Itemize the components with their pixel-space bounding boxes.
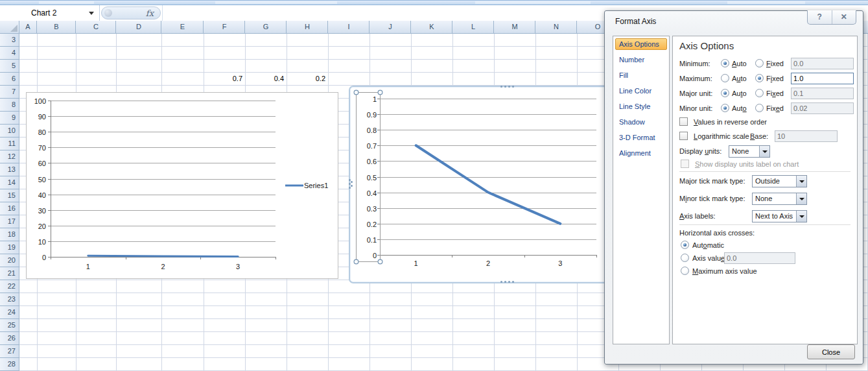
column-header-I[interactable]: I [329, 21, 369, 33]
row-header-5[interactable]: 5 [0, 60, 19, 73]
row-header-15[interactable]: 15 [0, 189, 19, 202]
param-value-input[interactable] [791, 88, 854, 99]
logarithmic-checkbox[interactable] [679, 132, 688, 140]
column-header-M[interactable]: M [495, 21, 535, 33]
column-header-N[interactable]: N [536, 21, 577, 33]
chevron-down-icon[interactable] [796, 211, 806, 222]
row-header-24[interactable]: 24 [0, 306, 19, 319]
category-3-d-format[interactable]: 3-D Format [615, 132, 667, 143]
svg-text:2: 2 [161, 263, 165, 270]
dialog-title[interactable]: Format Axis [615, 14, 656, 29]
cell-F6[interactable]: 0.7 [204, 73, 245, 86]
auto-label: Auto [732, 75, 747, 82]
column-header-E[interactable]: E [162, 21, 204, 33]
column-header-A[interactable]: A [19, 21, 37, 33]
row-header-25[interactable]: 25 [0, 319, 19, 332]
values-reverse-checkbox[interactable] [679, 117, 688, 126]
chart-bottom-grip[interactable] [500, 281, 502, 283]
row-header-9[interactable]: 9 [0, 112, 19, 125]
row-header-14[interactable]: 14 [0, 176, 19, 189]
row-header-19[interactable]: 19 [0, 241, 19, 254]
axis-value-input[interactable] [724, 252, 795, 264]
base-label: Base: [750, 132, 768, 140]
row-header-13[interactable]: 13 [0, 163, 19, 176]
row-header-11[interactable]: 11 [0, 138, 19, 150]
chevron-down-icon[interactable] [759, 146, 769, 157]
chart-2-selected[interactable]: 00.10.20.30.40.50.60.70.80.91123 [349, 86, 609, 283]
category-alignment[interactable]: Alignment [615, 147, 667, 159]
major-tick-dropdown[interactable]: Outside [752, 175, 807, 187]
cell-H6[interactable]: 0.2 [287, 73, 328, 86]
column-header-G[interactable]: G [246, 21, 287, 33]
chart-left-grip[interactable] [349, 179, 351, 181]
row-header-17[interactable]: 17 [0, 215, 19, 228]
minor-tick-dropdown[interactable]: None [752, 193, 807, 205]
row-header-16[interactable]: 16 [0, 202, 19, 215]
row-header-26[interactable]: 26 [0, 332, 19, 345]
chart-top-grip[interactable] [500, 86, 502, 88]
auto-label: Auto [732, 90, 747, 97]
auto-radio[interactable] [721, 59, 729, 67]
row-header-28[interactable]: 28 [0, 358, 19, 371]
param-value-input[interactable] [791, 58, 854, 69]
display-units-dropdown[interactable]: None [729, 145, 770, 158]
row-header-6[interactable]: 6 [0, 73, 19, 86]
column-header-B[interactable]: B [38, 21, 76, 33]
row-header-20[interactable]: 20 [0, 254, 19, 267]
row-header-22[interactable]: 22 [0, 280, 19, 293]
maximum-axis-radio[interactable] [681, 267, 689, 275]
column-header-C[interactable]: C [76, 21, 116, 33]
row-header-23[interactable]: 23 [0, 293, 19, 306]
category-shadow[interactable]: Shadow [615, 116, 667, 128]
category-number[interactable]: Number [615, 54, 667, 66]
category-line-style[interactable]: Line Style [615, 101, 667, 112]
column-header-K[interactable]: K [412, 21, 452, 33]
name-box[interactable]: Chart 2 [19, 5, 100, 21]
row-header-4[interactable]: 4 [0, 47, 19, 60]
help-icon[interactable]: ? [808, 10, 832, 24]
svg-text:0.1: 0.1 [367, 236, 377, 244]
insert-function-button[interactable]: fx [101, 6, 161, 19]
select-all-corner[interactable] [0, 21, 19, 34]
category-axis-options[interactable]: Axis Options [615, 38, 667, 50]
show-units-label: Show display units label on chart [695, 160, 799, 168]
column-header-J[interactable]: J [370, 21, 411, 33]
axis-value-radio[interactable] [681, 254, 689, 262]
cell-G6[interactable]: 0.4 [246, 73, 287, 86]
row-header-8[interactable]: 8 [0, 99, 19, 112]
row-header-18[interactable]: 18 [0, 228, 19, 241]
axis-labels-dropdown[interactable]: Next to Axis [752, 210, 807, 222]
row-header-7[interactable]: 7 [0, 86, 19, 99]
column-header-F[interactable]: F [204, 21, 245, 33]
category-fill[interactable]: Fill [615, 69, 667, 81]
values-reverse-row: Values in reverse order [679, 115, 853, 128]
chevron-down-icon[interactable] [796, 176, 806, 187]
fixed-radio[interactable] [755, 89, 764, 97]
fixed-radio[interactable] [755, 104, 764, 112]
auto-radio[interactable] [721, 89, 729, 97]
automatic-radio[interactable] [681, 241, 689, 249]
fixed-radio[interactable] [755, 59, 764, 67]
name-box-dropdown-icon[interactable] [89, 12, 94, 15]
category-line-color[interactable]: Line Color [615, 85, 667, 97]
row-header-10[interactable]: 10 [0, 125, 19, 138]
row-header-3[interactable]: 3 [0, 34, 19, 47]
column-header-H[interactable]: H [287, 21, 328, 33]
auto-radio[interactable] [721, 74, 729, 82]
auto-radio[interactable] [721, 104, 729, 112]
param-value-input[interactable] [791, 102, 854, 114]
close-button[interactable]: Close [807, 344, 855, 359]
close-icon[interactable]: ✕ [832, 10, 856, 24]
row-header-27[interactable]: 27 [0, 345, 19, 358]
column-header-L[interactable]: L [453, 21, 494, 33]
row-header-12[interactable]: 12 [0, 150, 19, 163]
svg-text:60: 60 [38, 160, 46, 167]
fixed-radio[interactable] [755, 74, 764, 82]
param-value-input[interactable] [791, 73, 854, 84]
base-input[interactable] [775, 130, 838, 142]
row-header-21[interactable]: 21 [0, 267, 19, 280]
show-units-checkbox [681, 160, 689, 168]
column-header-D[interactable]: D [117, 21, 161, 33]
chart-1[interactable]: 0102030405060708090100123Series1 [26, 92, 338, 279]
chevron-down-icon[interactable] [796, 193, 806, 204]
